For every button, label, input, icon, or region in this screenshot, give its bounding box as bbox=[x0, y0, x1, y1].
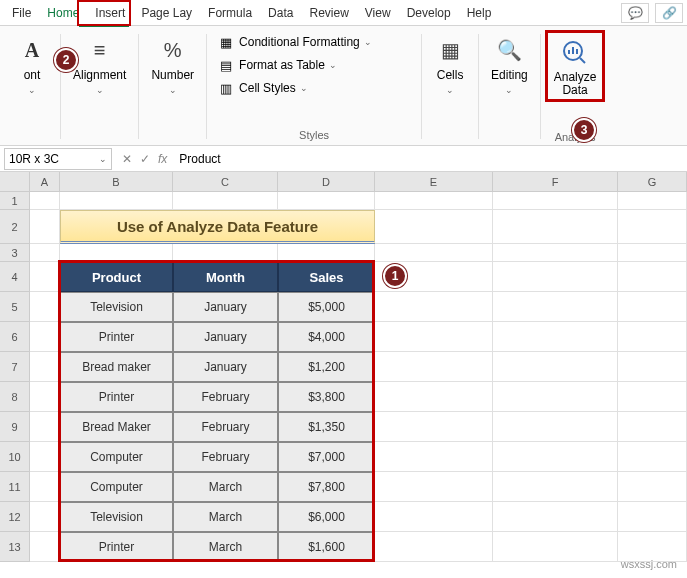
cell-C13[interactable]: March bbox=[173, 532, 278, 562]
cell-B12[interactable]: Television bbox=[60, 502, 173, 532]
cell-A3[interactable] bbox=[30, 244, 60, 262]
col-header-C[interactable]: C bbox=[173, 172, 278, 192]
title-cell[interactable]: Use of Analyze Data Feature bbox=[60, 210, 375, 244]
format-as-table-button[interactable]: ▤ Format as Table ⌄ bbox=[215, 55, 374, 75]
cell-C4[interactable]: Month bbox=[173, 262, 278, 292]
cell-B4[interactable]: Product bbox=[60, 262, 173, 292]
cell-D1[interactable] bbox=[278, 192, 375, 210]
menu-data[interactable]: Data bbox=[260, 2, 301, 24]
enter-icon[interactable]: ✓ bbox=[140, 152, 150, 166]
cell-F8[interactable] bbox=[493, 382, 618, 412]
row-header-7[interactable]: 7 bbox=[0, 352, 30, 382]
col-header-B[interactable]: B bbox=[60, 172, 173, 192]
menu-view[interactable]: View bbox=[357, 2, 399, 24]
cell-D13[interactable]: $1,600 bbox=[278, 532, 375, 562]
cell-G3[interactable] bbox=[618, 244, 687, 262]
cell-D12[interactable]: $6,000 bbox=[278, 502, 375, 532]
row-header-9[interactable]: 9 bbox=[0, 412, 30, 442]
cell-C6[interactable]: January bbox=[173, 322, 278, 352]
conditional-formatting-button[interactable]: ▦ Conditional Formatting ⌄ bbox=[215, 32, 374, 52]
row-header-4[interactable]: 4 bbox=[0, 262, 30, 292]
cell-A4[interactable] bbox=[30, 262, 60, 292]
cell-F3[interactable] bbox=[493, 244, 618, 262]
menu-insert[interactable]: Insert bbox=[87, 2, 133, 24]
cell-G6[interactable] bbox=[618, 322, 687, 352]
cell-G8[interactable] bbox=[618, 382, 687, 412]
row-header-6[interactable]: 6 bbox=[0, 322, 30, 352]
row-header-1[interactable]: 1 bbox=[0, 192, 30, 210]
cell-F1[interactable] bbox=[493, 192, 618, 210]
cell-A11[interactable] bbox=[30, 472, 60, 502]
name-box[interactable]: 10R x 3C ⌄ bbox=[4, 148, 112, 170]
select-all-corner[interactable] bbox=[0, 172, 30, 192]
cell-G2[interactable] bbox=[618, 210, 687, 244]
cell-C7[interactable]: January bbox=[173, 352, 278, 382]
cell-E6[interactable] bbox=[375, 322, 493, 352]
cell-E9[interactable] bbox=[375, 412, 493, 442]
cell-E2[interactable] bbox=[375, 210, 493, 244]
cell-C3[interactable] bbox=[173, 244, 278, 262]
cell-D7[interactable]: $1,200 bbox=[278, 352, 375, 382]
cell-A12[interactable] bbox=[30, 502, 60, 532]
cell-B6[interactable]: Printer bbox=[60, 322, 173, 352]
cell-A7[interactable] bbox=[30, 352, 60, 382]
cell-C5[interactable]: January bbox=[173, 292, 278, 322]
cell-E1[interactable] bbox=[375, 192, 493, 210]
cell-B8[interactable]: Printer bbox=[60, 382, 173, 412]
menu-developer[interactable]: Develop bbox=[399, 2, 459, 24]
row-header-12[interactable]: 12 bbox=[0, 502, 30, 532]
cancel-icon[interactable]: ✕ bbox=[122, 152, 132, 166]
cell-E10[interactable] bbox=[375, 442, 493, 472]
cell-B7[interactable]: Bread maker bbox=[60, 352, 173, 382]
cell-E8[interactable] bbox=[375, 382, 493, 412]
cell-F2[interactable] bbox=[493, 210, 618, 244]
cell-E5[interactable] bbox=[375, 292, 493, 322]
number-button[interactable]: % Number⌄ bbox=[147, 32, 198, 98]
cell-C12[interactable]: March bbox=[173, 502, 278, 532]
cell-A6[interactable] bbox=[30, 322, 60, 352]
formula-input[interactable]: Product bbox=[173, 152, 687, 166]
cell-F13[interactable] bbox=[493, 532, 618, 562]
cell-D11[interactable]: $7,800 bbox=[278, 472, 375, 502]
cell-A13[interactable] bbox=[30, 532, 60, 562]
cell-D4[interactable]: Sales bbox=[278, 262, 375, 292]
cell-A1[interactable] bbox=[30, 192, 60, 210]
menu-formulas[interactable]: Formula bbox=[200, 2, 260, 24]
cell-F9[interactable] bbox=[493, 412, 618, 442]
cell-B13[interactable]: Printer bbox=[60, 532, 173, 562]
cell-G4[interactable] bbox=[618, 262, 687, 292]
cell-B5[interactable]: Television bbox=[60, 292, 173, 322]
cell-A10[interactable] bbox=[30, 442, 60, 472]
cell-G10[interactable] bbox=[618, 442, 687, 472]
cell-G9[interactable] bbox=[618, 412, 687, 442]
menu-review[interactable]: Review bbox=[301, 2, 356, 24]
cell-E11[interactable] bbox=[375, 472, 493, 502]
row-header-13[interactable]: 13 bbox=[0, 532, 30, 562]
cell-A8[interactable] bbox=[30, 382, 60, 412]
row-header-8[interactable]: 8 bbox=[0, 382, 30, 412]
col-header-A[interactable]: A bbox=[30, 172, 60, 192]
cell-F4[interactable] bbox=[493, 262, 618, 292]
menu-home[interactable]: Home bbox=[39, 2, 87, 24]
analyze-data-button[interactable]: AnalyzeData bbox=[554, 37, 597, 97]
cell-G12[interactable] bbox=[618, 502, 687, 532]
cells-button[interactable]: ▦ Cells⌄ bbox=[430, 32, 470, 98]
cell-E3[interactable] bbox=[375, 244, 493, 262]
cell-A2[interactable] bbox=[30, 210, 60, 244]
cell-F12[interactable] bbox=[493, 502, 618, 532]
cell-D8[interactable]: $3,800 bbox=[278, 382, 375, 412]
font-button[interactable]: A ont⌄ bbox=[12, 32, 52, 98]
row-header-10[interactable]: 10 bbox=[0, 442, 30, 472]
row-header-3[interactable]: 3 bbox=[0, 244, 30, 262]
menu-file[interactable]: File bbox=[4, 2, 39, 24]
cell-D10[interactable]: $7,000 bbox=[278, 442, 375, 472]
cell-F5[interactable] bbox=[493, 292, 618, 322]
cell-B3[interactable] bbox=[60, 244, 173, 262]
cell-C8[interactable]: February bbox=[173, 382, 278, 412]
cell-B1[interactable] bbox=[60, 192, 173, 210]
cell-C9[interactable]: February bbox=[173, 412, 278, 442]
cell-C10[interactable]: February bbox=[173, 442, 278, 472]
cell-F7[interactable] bbox=[493, 352, 618, 382]
cell-C11[interactable]: March bbox=[173, 472, 278, 502]
editing-button[interactable]: 🔍 Editing⌄ bbox=[487, 32, 532, 98]
